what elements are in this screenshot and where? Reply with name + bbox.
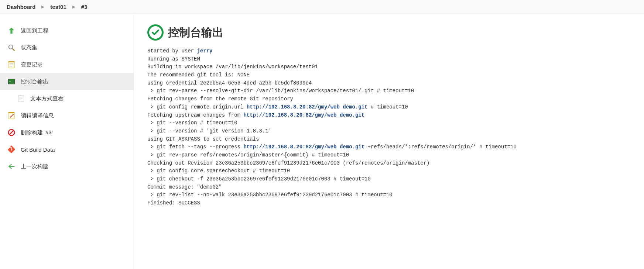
console-line: Building in workspace /var/lib/jenkins/w…	[147, 64, 318, 70]
sidebar-item-label: Git Build Data	[21, 146, 55, 153]
breadcrumb-build[interactable]: #3	[81, 4, 88, 10]
console-text: Fetching upstream changes from	[147, 112, 243, 118]
console-text: +refs/heads/*:refs/remotes/origin/* # ti…	[364, 144, 517, 150]
console-text: > git config remote.origin.url	[147, 104, 247, 110]
arrow-left-icon	[7, 162, 16, 170]
console-line: using GIT_ASKPASS to set credentials	[147, 136, 262, 142]
sidebar-item-label: 删除构建 '#3'	[21, 129, 53, 136]
terminal-icon: >_	[7, 77, 16, 86]
git-icon	[7, 145, 16, 154]
console-line: Finished: SUCCESS	[147, 200, 200, 206]
console-line: > git config core.sparsecheckout # timeo…	[147, 168, 290, 174]
sidebar-item-changes[interactable]: 变更记录	[0, 56, 134, 73]
console-text: > git fetch --tags --progress	[147, 144, 243, 150]
console-line: > git rev-parse refs/remotes/origin/mast…	[147, 152, 349, 158]
success-check-icon	[147, 24, 164, 41]
console-text: # timeout=10	[368, 104, 408, 110]
sidebar-item-label: 控制台输出	[21, 78, 48, 85]
sidebar-item-label: 状态集	[21, 44, 37, 51]
console-line: Checking out Revision 23e36a253bbc23697e…	[147, 160, 430, 166]
sidebar: 返回到工程 状态集 变更记录 >_ 控制台输出 文本方式查看	[0, 14, 134, 269]
console-line: > git rev-list --no-walk 23e36a253bbc236…	[147, 192, 393, 198]
breadcrumb: Dashboard ▶ test01 ▶ #3	[0, 0, 644, 14]
svg-text:>_: >_	[9, 80, 13, 83]
search-icon	[7, 44, 16, 52]
page-title-row: 控制台输出	[147, 24, 631, 41]
console-line: Commit message: "demo02"	[147, 184, 222, 190]
sidebar-item-label: 文本方式查看	[30, 95, 64, 102]
sidebar-item-console[interactable]: >_ 控制台输出	[0, 73, 134, 90]
notepad-edit-icon	[7, 111, 16, 120]
sidebar-item-plaintext[interactable]: 文本方式查看	[0, 90, 134, 107]
console-line: > git --version # timeout=10	[147, 120, 237, 126]
main-content: 控制台输出 Started by user jerry Running as S…	[134, 14, 644, 269]
console-line: Fetching changes from the remote Git rep…	[147, 96, 293, 102]
console-line: The recommended git tool is: NONE	[147, 72, 250, 78]
sidebar-item-delete-build[interactable]: 删除构建 '#3'	[0, 124, 134, 141]
sidebar-item-git-data[interactable]: Git Build Data	[0, 141, 134, 158]
console-output: Started by user jerry Running as SYSTEM …	[147, 47, 631, 207]
console-line: Running as SYSTEM	[147, 56, 200, 62]
console-text: Started by user	[147, 48, 197, 54]
sidebar-item-edit-build[interactable]: 编辑编译信息	[0, 107, 134, 124]
sidebar-item-status[interactable]: 状态集	[0, 39, 134, 56]
console-line: > git rev-parse --resolve-git-dir /var/l…	[147, 88, 414, 94]
page-title: 控制台输出	[168, 25, 223, 40]
prohibited-icon	[7, 128, 16, 137]
console-line: > git checkout -f 23e36a253bbc23697e6fef…	[147, 176, 371, 182]
svg-rect-6	[8, 61, 15, 62]
sidebar-item-prev-build[interactable]: 上一次构建	[0, 158, 134, 175]
console-line: using credential 2e2eb5a4-6e56-4ded-a2bb…	[147, 80, 312, 86]
sidebar-item-label: 返回到工程	[21, 27, 48, 34]
chevron-right-icon: ▶	[72, 4, 75, 9]
arrow-up-icon	[7, 27, 16, 35]
notepad-icon	[7, 61, 16, 69]
svg-rect-15	[8, 112, 15, 113]
console-line: > git --version # 'git version 1.8.3.1'	[147, 128, 271, 134]
breadcrumb-job[interactable]: test01	[50, 4, 66, 10]
console-user-link[interactable]: jerry	[197, 48, 212, 54]
svg-line-1	[13, 49, 15, 51]
sidebar-item-label: 编辑编译信息	[21, 112, 54, 119]
console-url-link[interactable]: http://192.168.8.20:82/gmy/web_demo.git	[243, 144, 364, 150]
console-url-link[interactable]: http://192.168.8.20:82/gmy/web_demo.git	[243, 112, 364, 118]
svg-point-0	[9, 45, 13, 49]
sidebar-item-label: 上一次构建	[21, 163, 48, 170]
chevron-right-icon: ▶	[41, 4, 44, 9]
document-icon	[17, 94, 25, 103]
sidebar-item-back[interactable]: 返回到工程	[0, 22, 134, 39]
console-url-link[interactable]: http://192.168.8.20:82/gmy/web_demo.git	[247, 104, 368, 110]
sidebar-item-label: 变更记录	[21, 61, 43, 68]
breadcrumb-dashboard[interactable]: Dashboard	[7, 4, 35, 10]
